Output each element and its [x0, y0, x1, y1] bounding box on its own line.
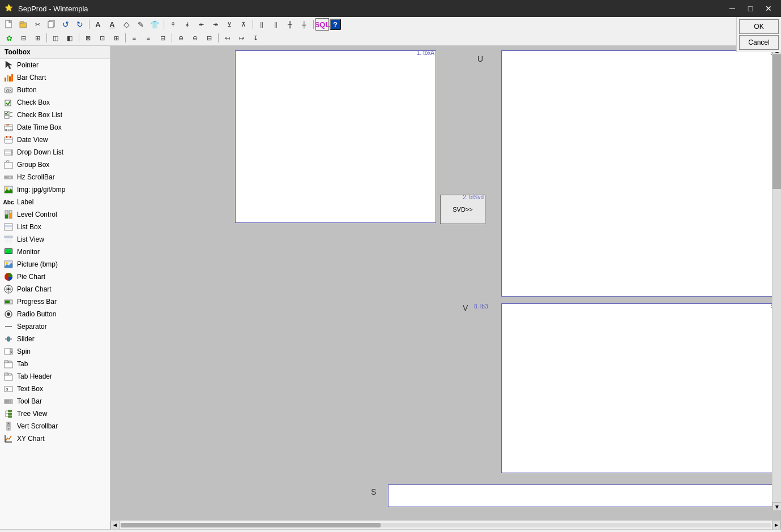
tb-redo[interactable]: ↻ — [73, 18, 87, 31]
tb-move4[interactable]: ↠ — [208, 18, 222, 31]
tb2-10[interactable]: ≡ — [142, 32, 155, 44]
toolbox-label-3: Check Box — [17, 98, 50, 106]
toolbox-label-6: Date View — [17, 136, 48, 144]
tb-text-a2[interactable]: A — [105, 18, 119, 31]
tb2-6[interactable]: ⊠ — [81, 32, 95, 44]
toolbox-item-text-box[interactable]: aText Box — [0, 383, 110, 395]
tb-group4[interactable]: ╪ — [297, 18, 311, 31]
tb2-8[interactable]: ⊞ — [109, 32, 123, 44]
tb2-9[interactable]: ≡ — [127, 32, 141, 44]
toolbox-item-pointer[interactable]: Pointer — [0, 59, 110, 71]
vscroll-thumb[interactable] — [773, 55, 781, 189]
toolbox-item-drop-down-list[interactable]: Drop Down List — [0, 146, 110, 158]
tb2-5[interactable]: ◧ — [63, 32, 76, 44]
tb-pencil[interactable]: ✎ — [134, 18, 147, 31]
tb2-16[interactable]: ↦ — [234, 32, 248, 44]
tb-scissors[interactable]: ✂ — [31, 18, 44, 31]
toolbox-item-pie-chart[interactable]: Pie Chart — [0, 271, 110, 283]
toolbox-item-slider[interactable]: Slider — [0, 333, 110, 345]
toolbox-item-list-view[interactable]: List View — [0, 233, 110, 246]
tb-move3[interactable]: ↞ — [194, 18, 208, 31]
svg-rect-22 — [5, 137, 12, 143]
tb2-2[interactable]: ⊟ — [16, 32, 30, 44]
svg-marker-6 — [6, 61, 12, 69]
tb-move5[interactable]: ⊻ — [223, 18, 236, 31]
toolbox-item-tab-header[interactable]: Tab Header — [0, 370, 110, 383]
toolbox-item-check-box-list[interactable]: Check Box List — [0, 109, 110, 121]
toolbox-item-monitor[interactable]: Monitor — [0, 246, 110, 258]
tb2-7[interactable]: ⊡ — [95, 32, 109, 44]
toolbox-item-vert-scrollbar[interactable]: Vert Scrollbar — [0, 420, 110, 432]
tb2-3[interactable]: ⊞ — [31, 32, 44, 44]
tb-help[interactable]: ? — [330, 19, 341, 30]
tb-shirt[interactable]: 👕 — [148, 18, 161, 31]
toolbox-item-date-time-box[interactable]: 31M T W TDate Time Box — [0, 121, 110, 134]
widget-btSvd[interactable]: SVD>> 2. btSvd — [440, 195, 485, 224]
hscroll-track[interactable] — [121, 523, 771, 527]
toolbox-scroll[interactable]: PointerBar ChartOKButtonCheck BoxCheck B… — [0, 59, 110, 529]
tb-move1[interactable]: ↟ — [166, 18, 180, 31]
toolbox-item-group-box[interactable]: XYGroup Box — [0, 158, 110, 171]
tb-sql[interactable]: SQL — [315, 18, 329, 31]
tb-copy[interactable] — [45, 18, 58, 31]
widget-tbxU[interactable]: 3. tbxU — [501, 50, 781, 297]
toolbox-item-separator[interactable]: Separator — [0, 320, 110, 333]
widget-tbxV[interactable]: 5. tbxV — [501, 303, 781, 473]
tb2-15[interactable]: ↤ — [220, 32, 234, 44]
minimize-button[interactable]: ─ — [724, 2, 740, 15]
canvas-container[interactable]: ▲ ▼ 1. tbxA U 3. tbxU — [110, 46, 781, 520]
toolbox-item-button[interactable]: OKButton — [0, 84, 110, 96]
toolbox-item-progress-bar[interactable]: Progress Bar — [0, 295, 110, 308]
toolbox-item-radio-button[interactable]: Radio Button — [0, 308, 110, 320]
hscroll-left-btn[interactable]: ◄ — [110, 521, 120, 530]
canvas-hscrollbar[interactable]: ◄ ► — [110, 520, 781, 529]
toolbox-item-picture--bmp-[interactable]: Picture (bmp) — [0, 258, 110, 271]
toolbox-item-bar-chart[interactable]: Bar Chart — [0, 71, 110, 84]
toolbox-icon-23 — [3, 346, 14, 357]
tb-move2[interactable]: ↡ — [180, 18, 194, 31]
tb-group1[interactable]: || — [255, 18, 268, 31]
tb2-12[interactable]: ⊕ — [174, 32, 187, 44]
tb-undo[interactable]: ↺ — [59, 18, 72, 31]
vscroll-track[interactable] — [773, 55, 781, 502]
tb-new[interactable] — [2, 18, 16, 31]
tb-diamond[interactable]: ◇ — [120, 18, 133, 31]
tb2-17[interactable]: ↧ — [249, 32, 262, 44]
toolbox-item-tool-bar[interactable]: Tool Bar — [0, 395, 110, 407]
tb-open[interactable] — [16, 18, 30, 31]
cancel-button[interactable]: Cancel — [739, 35, 779, 50]
toolbox-item-check-box[interactable]: Check Box — [0, 96, 110, 109]
tb2-11[interactable]: ⊟ — [156, 32, 169, 44]
tb-move6[interactable]: ⊼ — [237, 18, 250, 31]
canvas-vscrollbar[interactable]: ▲ ▼ — [772, 46, 781, 511]
maximize-button[interactable]: □ — [742, 2, 758, 15]
tb-group3[interactable]: ╫ — [283, 18, 297, 31]
toolbox: Toolbox PointerBar ChartOKButtonCheck Bo… — [0, 46, 110, 529]
tb2-13[interactable]: ⊖ — [188, 32, 202, 44]
toolbox-item-polar-chart[interactable]: Polar Chart — [0, 283, 110, 295]
toolbox-item-tab[interactable]: Tab — [0, 358, 110, 370]
toolbox-item-label[interactable]: AbcLabel — [0, 196, 110, 208]
tb2-4[interactable]: ◫ — [49, 32, 62, 44]
tb2-1[interactable]: ✿ — [2, 32, 16, 44]
toolbox-item-level-control[interactable]: Level Control — [0, 208, 110, 221]
toolbox-item-hz-scrollbar[interactable]: Hz ScrollBar — [0, 171, 110, 183]
widget-tbxS[interactable]: 4. tbxS — [388, 484, 781, 507]
tb-text-a[interactable]: A — [91, 18, 105, 31]
tb-group2[interactable]: || — [269, 18, 283, 31]
widget-tbxA[interactable]: 1. tbxA — [235, 50, 436, 223]
hscroll-right-btn[interactable]: ► — [772, 521, 781, 530]
tb2-14[interactable]: ⊟ — [202, 32, 216, 44]
toolbox-item-img--jpg-gif-bmp[interactable]: Img: jpg/gif/bmp — [0, 183, 110, 196]
toolbox-item-list-box[interactable]: List Box — [0, 221, 110, 233]
hscroll-thumb[interactable] — [121, 523, 381, 527]
svg-rect-31 — [5, 162, 12, 169]
ok-button[interactable]: OK — [739, 19, 779, 34]
toolbox-item-xy-chart[interactable]: XY Chart — [0, 432, 110, 445]
toolbox-item-date-view[interactable]: Date View — [0, 134, 110, 146]
toolbox-item-spin[interactable]: Spin — [0, 345, 110, 358]
close-button[interactable]: ✕ — [761, 2, 776, 15]
toolbox-item-tree-view[interactable]: Tree View — [0, 407, 110, 420]
svg-rect-75 — [5, 361, 8, 363]
vscroll-down-btn[interactable]: ▼ — [773, 502, 781, 511]
